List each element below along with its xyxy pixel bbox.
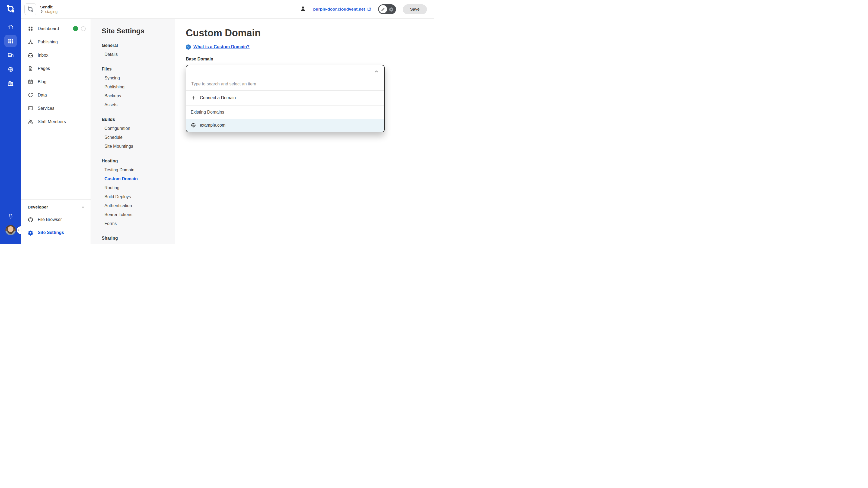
sidebar-item-label: File Browser [38,217,62,222]
sidebar-item-publishing[interactable]: Publishing [21,35,91,48]
staff-members-icon [28,119,33,124]
connect-domain-option[interactable]: Connect a Domain [186,90,384,105]
settings-section-builds: Builds Configuration Schedule Site Mount… [102,115,175,151]
settings-section-general: General Details [102,41,175,59]
bell-icon [8,213,13,219]
sidebar-item-staff-members[interactable]: Staff Members [21,115,91,128]
blog-calendar-icon [28,79,33,85]
sidebar-item-data[interactable]: Data [21,88,91,102]
user-avatar[interactable] [5,225,16,235]
base-domain-dropdown: Connect a Domain Existing Domains exampl… [186,65,384,132]
settings-item-forms[interactable]: Forms [102,219,175,228]
section-header-general: General [102,41,175,50]
sidebar-item-label: Services [38,106,54,111]
page-title: Custom Domain [186,27,434,40]
pencil-icon [381,7,385,11]
sidebar-item-services[interactable]: Services [21,102,91,115]
settings-item-site-mountings[interactable]: Site Mountings [102,142,175,151]
github-icon [28,217,33,223]
external-link-icon [367,7,371,11]
sidebar-item-label: Site Settings [38,230,64,235]
dashboard-icon [28,26,33,31]
base-domain-select[interactable] [186,65,384,78]
rail-sites-button[interactable] [4,63,17,75]
sidebar-item-site-settings[interactable]: Site Settings [21,226,91,239]
pages-icon [28,66,33,71]
site-logo-icon [27,6,34,13]
custom-domain-help-link[interactable]: What is a Custom Domain? [193,44,250,50]
settings-section-files: Files Syncing Publishing Backups Assets [102,65,175,109]
sidebar-item-label: Blog [38,79,46,84]
settings-item-bearer-tokens[interactable]: Bearer Tokens [102,210,175,219]
settings-nav-title: Site Settings [102,27,175,35]
live-site-url: purple-door.cloudvent.net [313,7,365,12]
workspace-header: Sendit staging [21,3,91,15]
apps-grid-icon [8,38,14,44]
edit-settings-toggle[interactable] [378,4,396,14]
sidebar-item-file-browser[interactable]: File Browser [21,213,91,226]
inbox-icon [28,52,33,58]
sidebar-item-blog[interactable]: Blog [21,75,91,88]
settings-item-details[interactable]: Details [102,50,175,59]
sidebar-item-pages[interactable]: Pages [21,62,91,75]
organization-icon [8,80,14,87]
app-sidebar: Dashboard Publishing Inbox Pages [21,19,91,244]
sidebar-item-label: Pages [38,66,50,71]
settings-section-sharing: Sharing [102,234,175,242]
settings-item-custom-domain[interactable]: Custom Domain [102,174,175,183]
workspace-rail [0,0,21,244]
settings-item-publishing[interactable]: Publishing [102,83,175,91]
settings-item-assets[interactable]: Assets [102,100,175,109]
workspace-branch: staging [45,9,58,14]
domain-option-label: example.com [199,123,225,128]
question-mark-icon: ? [186,44,191,50]
settings-item-backups[interactable]: Backups [102,91,175,100]
settings-item-authentication[interactable]: Authentication [102,201,175,210]
sidebar-item-label: Publishing [38,40,58,44]
connect-domain-label: Connect a Domain [200,95,236,100]
globe-icon [8,66,14,72]
chevron-right-icon [18,229,20,231]
status-pending-badge [81,26,86,31]
rail-home-button[interactable] [4,21,17,33]
cloudcannon-logo-icon [6,4,16,13]
settings-item-configuration[interactable]: Configuration [102,124,175,133]
developer-section-header[interactable]: Developer [21,201,91,213]
settings-item-syncing[interactable]: Syncing [102,73,175,83]
workspace-name: Sendit [40,5,58,10]
settings-item-testing-domain[interactable]: Testing Domain [102,165,175,174]
section-header-hosting: Hosting [102,157,175,165]
save-button[interactable]: Save [403,4,427,14]
section-header-builds: Builds [102,115,175,124]
live-site-link[interactable]: purple-door.cloudvent.net [313,7,371,12]
help-row: ? What is a Custom Domain? [186,44,434,50]
account-button[interactable] [300,5,306,13]
settings-item-schedule[interactable]: Schedule [102,133,175,142]
site-settings-nav: Site Settings General Details Files Sync… [91,19,175,244]
sidebar-expand-handle[interactable] [17,226,21,234]
site-app-badge[interactable] [24,3,36,15]
home-icon [8,24,14,30]
plus-icon [191,95,196,100]
rail-devices-button[interactable] [4,49,17,61]
services-icon [28,105,33,111]
sidebar-item-dashboard[interactable]: Dashboard [21,22,91,35]
sidebar-item-label: Data [38,93,47,98]
sidebar-spacer [21,128,91,199]
main-content: Custom Domain ? What is a Custom Domain?… [175,19,434,244]
settings-section-hosting: Hosting Testing Domain Custom Domain Rou… [102,157,175,228]
notifications-button[interactable] [8,213,13,220]
developer-section: Developer File Browser Site Settings [21,199,91,244]
sidebar-item-inbox[interactable]: Inbox [21,48,91,62]
domain-option-example-com[interactable]: example.com [186,119,384,132]
rail-apps-button[interactable] [4,35,17,47]
domain-search-input[interactable] [191,82,380,87]
data-refresh-icon [28,92,33,98]
developer-label: Developer [28,205,48,209]
rail-organization-button[interactable] [4,77,17,90]
gear-icon [389,7,394,12]
settings-item-routing[interactable]: Routing [102,183,175,192]
app-window: Sendit staging purple-door.cloudvent.net [0,0,434,244]
settings-item-build-deploys[interactable]: Build Deploys [102,192,175,201]
devices-icon [8,52,14,58]
